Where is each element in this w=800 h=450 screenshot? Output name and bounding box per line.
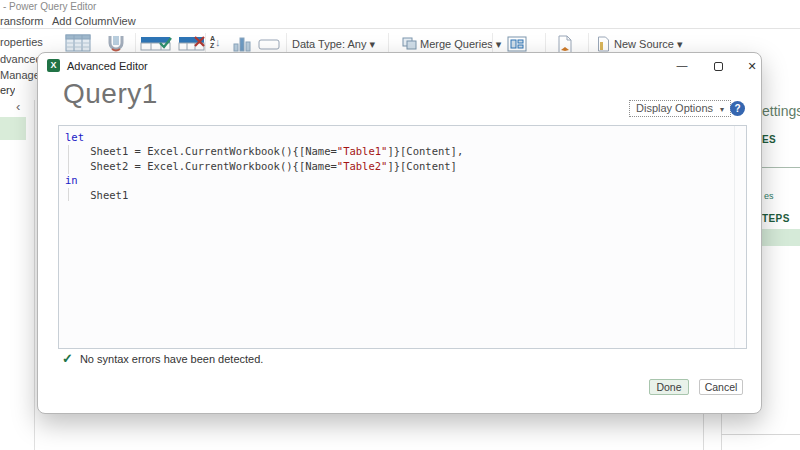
code-line: Sheet2 = Excel.CurrentWorkbook(){[Name="… (65, 159, 746, 173)
column-chart-icon[interactable] (233, 36, 253, 52)
selected-query-item[interactable] (0, 117, 26, 140)
pane-border-line (703, 414, 704, 450)
scrollbar-gutter (734, 126, 735, 348)
new-source-icon[interactable] (597, 36, 610, 52)
menu-bar: ransform Add Column View (0, 14, 800, 29)
syntax-status: ✓ No syntax errors have been detected. (62, 351, 263, 366)
code-line: in (65, 173, 746, 187)
power-query-editor-window: - Power Query Editor ransform Add Column… (0, 0, 800, 450)
code-line: let (65, 130, 746, 144)
done-button[interactable]: Done (649, 379, 689, 395)
help-icon[interactable]: ? (730, 101, 745, 116)
keep-rows-icon[interactable] (106, 35, 126, 52)
check-icon: ✓ (62, 351, 73, 366)
manage-columns-icon[interactable] (65, 34, 91, 52)
code-editor[interactable]: let Sheet1 = Excel.CurrentWorkbook(){[Na… (58, 125, 747, 349)
cancel-button[interactable]: Cancel (699, 379, 743, 395)
code-line: Sheet1 = Excel.CurrentWorkbook(){[Name="… (65, 144, 746, 158)
shape-box-icon[interactable] (258, 39, 280, 50)
advanced-editor-dialog: X Advanced Editor — ✕ Query1 Display Opt… (37, 52, 762, 414)
sort-icon[interactable]: AZ ↓ (210, 35, 221, 49)
chevron-down-icon: ▾ (720, 105, 724, 114)
excel-icon: X (47, 59, 60, 72)
code-lines: let Sheet1 = Excel.CurrentWorkbook(){[Na… (59, 126, 746, 202)
demote-headers-icon[interactable] (178, 35, 206, 52)
ribbon-properties-label[interactable]: roperties (0, 36, 43, 48)
close-button[interactable]: ✕ (744, 58, 760, 74)
data-type-dropdown[interactable]: Data Type: Any ▾ (292, 38, 375, 51)
dialog-title: Advanced Editor (67, 60, 148, 72)
pane-border-line (721, 434, 800, 435)
merge-queries-icon[interactable] (402, 37, 417, 50)
tab-transform[interactable]: ransform (0, 15, 43, 27)
selected-applied-step[interactable] (760, 229, 800, 246)
maximize-icon (714, 62, 723, 71)
pane-border-line (721, 414, 722, 450)
use-first-row-headers-icon[interactable] (140, 35, 174, 52)
new-source-dropdown[interactable]: New Source ▾ (614, 38, 683, 51)
window-panes-icon[interactable] (507, 36, 527, 52)
queries-pane-header: ery (0, 84, 15, 96)
all-properties-link[interactable]: es (764, 191, 774, 201)
display-options-label: Display Options (636, 102, 713, 114)
window-title: - Power Query Editor (3, 1, 96, 12)
indent-guide (68, 188, 69, 201)
queries-pane-border (34, 100, 35, 450)
properties-heading: ES (762, 134, 776, 145)
settings-divider (762, 167, 800, 168)
collapse-pane-chevron-icon[interactable]: ‹ (16, 99, 20, 114)
tab-add-column[interactable]: Add Column (52, 15, 113, 27)
indent-guide (68, 145, 69, 174)
display-options-dropdown[interactable]: Display Options▾ (629, 100, 731, 117)
maximize-button[interactable] (710, 58, 726, 74)
tab-view[interactable]: View (112, 15, 136, 27)
code-line: Sheet1 (65, 188, 746, 202)
query-name-heading: Query1 (63, 78, 158, 110)
query-settings-title: ettings (762, 103, 800, 119)
minimize-button[interactable]: — (674, 58, 690, 74)
merge-queries-dropdown[interactable]: Merge Queries ▾ (420, 38, 501, 51)
applied-steps-heading: TEPS (762, 213, 790, 224)
status-message: No syntax errors have been detected. (80, 353, 263, 365)
